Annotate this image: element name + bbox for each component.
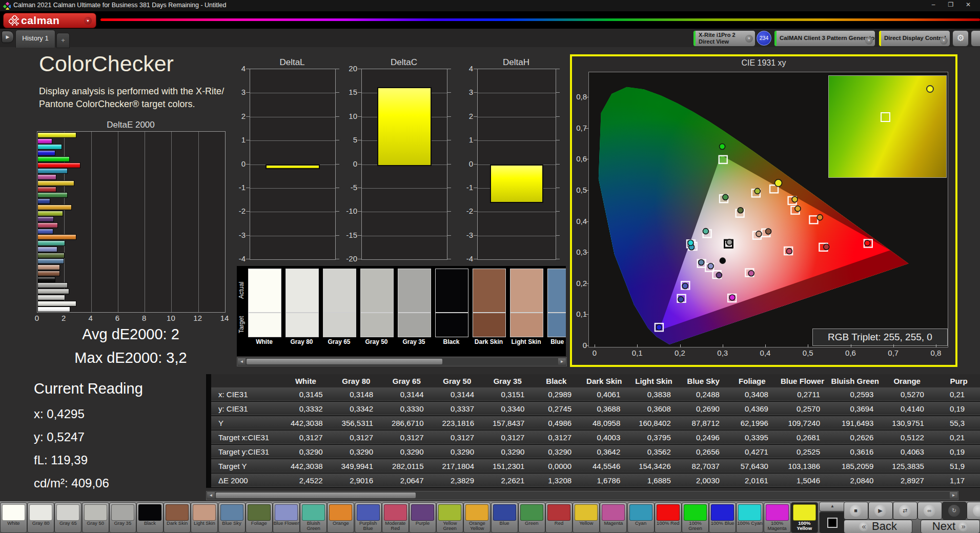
next-button[interactable]: Next » <box>921 520 980 533</box>
close-icon[interactable]: ✕ <box>961 1 976 10</box>
gridline <box>171 132 172 312</box>
patch-Black[interactable]: Black <box>136 502 164 533</box>
play-button[interactable]: ▶ <box>868 502 893 520</box>
patch-Moderate Red[interactable]: Moderate Red <box>382 502 409 533</box>
patch-100% Cyan[interactable]: 100% Cyan <box>736 502 763 533</box>
pattern-window-button[interactable] <box>819 511 846 533</box>
meter-count-badge[interactable]: 234 <box>757 31 771 46</box>
tick-mark <box>336 211 339 212</box>
patch-label-Gray 35: Gray 35 <box>110 521 136 526</box>
patch-Blue Sky[interactable]: Blue Sky <box>218 502 246 533</box>
patch-label-Yellow: Yellow <box>573 521 599 526</box>
cell: 0,21 <box>932 430 980 444</box>
patch-Gray 50[interactable]: Gray 50 <box>82 502 109 533</box>
tick-mark <box>474 211 477 212</box>
cell: 282,0115 <box>381 459 432 473</box>
patch-Yellow[interactable]: Yellow <box>573 502 600 533</box>
patch-Blue[interactable]: Blue <box>491 502 518 533</box>
toolbar-collapse-button[interactable]: ▲ <box>819 502 846 511</box>
patch-Yellow Green[interactable]: Yellow Green <box>436 502 463 533</box>
actual-swatch-White <box>248 269 281 313</box>
step-button[interactable]: ⇄ <box>893 502 917 520</box>
meter-line2: Direct View <box>699 38 729 45</box>
meter-dropdown[interactable]: X-Rite i1Pro 2 Direct View ▼ <box>693 30 756 47</box>
patch-Purplish Blue[interactable]: Purplish Blue <box>355 502 382 533</box>
back-label: Back <box>872 520 897 532</box>
gridline <box>118 132 118 312</box>
panel-expander-button[interactable]: ▶ <box>2 31 14 43</box>
scrollbar-thumb[interactable] <box>247 359 442 364</box>
calman-menu-button[interactable]: calman ▼ <box>3 13 96 28</box>
patch-label-Blue Flower: Blue Flower <box>273 521 299 526</box>
target-swatch-White <box>248 313 281 337</box>
display-control-dropdown[interactable]: Direct Display Control ▼ <box>879 30 950 47</box>
pattern-generator-dropdown[interactable]: CalMAN Client 3 Pattern Generator ▼ <box>774 30 875 47</box>
tab-bar: ▶ History 1 + X-Rite i1Pro 2 Direct View… <box>0 29 980 47</box>
patch-Dark Skin[interactable]: Dark Skin <box>164 502 191 533</box>
patch-Gray 35[interactable]: Gray 35 <box>109 502 136 533</box>
patch-100% Yellow[interactable]: 100% Yellow <box>791 502 818 533</box>
partial-transport-button[interactable] <box>967 502 980 520</box>
step-icon: ⇄ <box>903 507 907 514</box>
scroll-left-icon[interactable]: ◄ <box>207 492 215 499</box>
patch-Blue Flower[interactable]: Blue Flower <box>273 502 300 533</box>
current-reading-cdm2: cd/m²: 409,06 <box>34 476 109 490</box>
description-line2: Pantone ColorChecker® target colors. <box>39 98 224 111</box>
patch-label-Gray 50: Gray 50 <box>83 521 109 526</box>
bar-Purple <box>37 216 54 222</box>
scroll-left-icon[interactable]: ◄ <box>238 358 246 365</box>
maximize-icon[interactable]: ❐ <box>943 1 958 10</box>
y-tick--2: -2 <box>228 207 246 215</box>
partial-button[interactable] <box>971 30 980 47</box>
cell: 0,3395 <box>728 430 777 444</box>
stop-button[interactable]: ■ <box>844 502 868 520</box>
patch-100% Magenta[interactable]: 100% Magenta <box>764 502 791 533</box>
cell: 0,2496 <box>679 430 728 444</box>
patch-Purple[interactable]: Purple <box>409 502 436 533</box>
scroll-right-icon[interactable]: ► <box>950 492 957 499</box>
loop-button[interactable]: ∞ <box>917 502 942 520</box>
patch-Bluish Green[interactable]: Bluish Green <box>300 502 327 533</box>
patch-Light Skin[interactable]: Light Skin <box>191 502 218 533</box>
x-tick-2: 2 <box>56 314 71 322</box>
measured-marker-Purple <box>716 272 722 278</box>
patch-Gray 65[interactable]: Gray 65 <box>54 502 81 533</box>
add-tab-button[interactable]: + <box>56 33 70 48</box>
chevron-down-icon[interactable]: ▼ <box>84 17 92 25</box>
tick-mark <box>474 188 477 188</box>
settings-button[interactable]: ⚙ <box>952 30 969 47</box>
swatch-scrollbar[interactable]: ◄ ► <box>237 357 567 366</box>
cell: 0,3127 <box>482 430 533 444</box>
refresh-button[interactable]: ↻ <box>942 502 967 520</box>
patch-Foliage[interactable]: Foliage <box>246 502 273 533</box>
patch-Red[interactable]: Red <box>545 502 573 533</box>
tick-mark <box>851 344 851 347</box>
cell: 0,2488 <box>679 387 728 401</box>
refresh-icon: ↻ <box>952 507 956 514</box>
back-button[interactable]: « Back <box>844 520 912 533</box>
patch-100% Blue[interactable]: 100% Blue <box>709 502 736 533</box>
patch-Cyan[interactable]: Cyan <box>627 502 655 533</box>
patch-Orange Yellow[interactable]: Orange Yellow <box>463 502 491 533</box>
scrollbar-thumb[interactable] <box>216 493 416 498</box>
cell: 2,4522 <box>280 473 331 487</box>
tab-history-1[interactable]: History 1 <box>15 30 55 48</box>
patch-White[interactable]: White <box>0 502 27 533</box>
minimize-icon[interactable]: – <box>926 1 941 10</box>
patch-Orange[interactable]: Orange <box>327 502 354 533</box>
cell: 0,4061 <box>580 387 628 401</box>
patch-chip-Orange <box>329 504 352 521</box>
table-scrollbar[interactable]: ◄ ► <box>206 491 958 500</box>
cell: 2,8927 <box>882 473 932 487</box>
patch-Gray 80[interactable]: Gray 80 <box>27 502 54 533</box>
actual-swatch-Black <box>435 269 468 313</box>
patch-label-Purplish Blue: Purplish Blue <box>355 521 381 531</box>
patch-Magenta[interactable]: Magenta <box>600 502 627 533</box>
tick-mark <box>585 252 588 253</box>
col-header: Blue Sky <box>679 374 728 387</box>
scroll-right-icon[interactable]: ► <box>558 358 566 365</box>
patch-100% Red[interactable]: 100% Red <box>655 502 682 533</box>
measured-marker-Dark Skin <box>766 229 771 234</box>
patch-Green[interactable]: Green <box>518 502 545 533</box>
patch-100% Green[interactable]: 100% Green <box>682 502 709 533</box>
